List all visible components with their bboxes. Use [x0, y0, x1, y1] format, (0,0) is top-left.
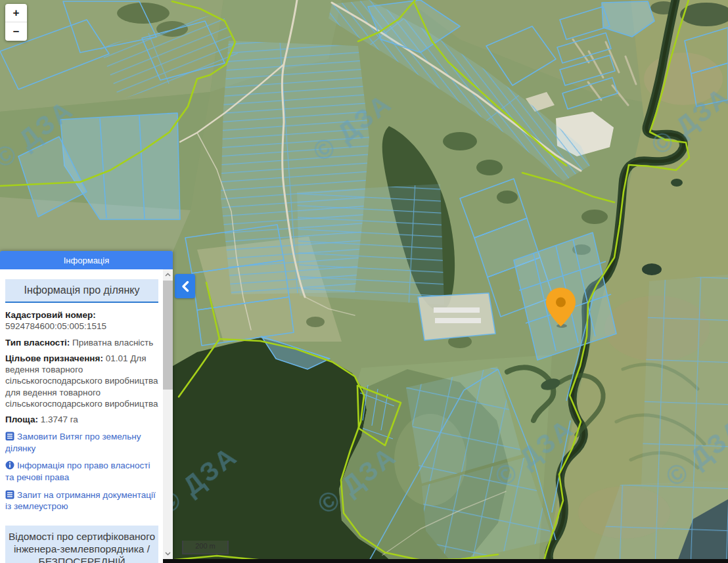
document-list-icon — [5, 490, 14, 499]
bottom-strip — [163, 559, 728, 563]
link-label: Інформація про право власності та речові… — [5, 461, 150, 482]
scale-bar-label: 200 m — [195, 542, 216, 550]
info-panel-header: Інформація — [0, 251, 173, 269]
field-label: Цільове призначення: — [5, 353, 103, 363]
link-label: Запит на отримання документації із земле… — [5, 490, 156, 512]
info-circle-icon — [5, 461, 14, 470]
section-title-engineer-info: Відомості про сертифікованого інженера-з… — [5, 526, 158, 563]
field-label: Площа: — [5, 415, 38, 424]
scrollbar-thumb[interactable] — [163, 281, 173, 390]
field-value: Приватна власність — [72, 338, 153, 348]
zoom-out-button[interactable]: – — [5, 22, 27, 41]
field-label: Кадастровий номер: — [5, 309, 158, 321]
document-list-icon — [5, 432, 14, 441]
chevron-left-icon — [181, 281, 189, 292]
info-panel: Інформація Інформація про ділянку Кадаст… — [0, 251, 173, 563]
field-cadastral-number: Кадастровий номер: 5924784600:05:005:151… — [5, 309, 158, 332]
field-value: 1.3747 га — [41, 415, 78, 424]
field-ownership-type: Тип власності: Приватна власність — [5, 337, 158, 348]
scrollbar-down-arrow-icon[interactable] — [163, 549, 173, 559]
link-order-extract[interactable]: Замовити Витяг про земельну ділянку — [5, 431, 158, 454]
section-title-parcel-info: Інформація про ділянку — [5, 279, 158, 303]
field-designated-purpose: Цільове призначення: 01.01 Для ведення т… — [5, 353, 158, 409]
map-scale-bar: 200 m — [182, 541, 229, 554]
collapse-panel-button[interactable] — [175, 274, 195, 298]
panel-content: Інформація про ділянку Кадастровий номер… — [0, 269, 163, 563]
field-area: Площа: 1.3747 га — [5, 414, 158, 425]
map-zoom-control: + – — [5, 4, 27, 41]
field-label: Тип власності: — [5, 338, 70, 348]
link-ownership-rights[interactable]: Інформація про право власності та речові… — [5, 460, 158, 483]
map-viewer: © ДЗА © ДЗА © ДЗА © ДЗА © ДЗА © ДЗА © ДЗ… — [0, 0, 728, 563]
zoom-in-button[interactable]: + — [5, 4, 27, 22]
field-value: 5924784600:05:005:1515 — [5, 321, 106, 331]
info-panel-body: Інформація про ділянку Кадастровий номер… — [0, 269, 173, 563]
link-request-documentation[interactable]: Запит на отримання документації із земле… — [5, 489, 158, 512]
panel-scrollbar[interactable] — [163, 269, 173, 559]
link-label: Замовити Витяг про земельну ділянку — [5, 432, 141, 453]
scrollbar-up-arrow-icon[interactable] — [163, 269, 173, 280]
panel-title: Інформація — [64, 256, 110, 265]
